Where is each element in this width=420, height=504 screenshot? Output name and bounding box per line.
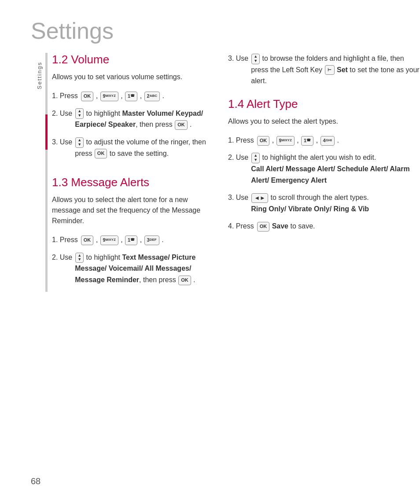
soft-key: ⊢ [325, 65, 335, 75]
nav-updown-icon-2: ▲▼ [75, 137, 84, 148]
volume-description: Allows you to set various volume setting… [52, 72, 210, 82]
right-column: 3. Use ▲▼ to browse the folders and high… [224, 53, 420, 292]
volume-step-3: 3. Use ▲▼ to adjust the volume of the ri… [52, 136, 210, 159]
sidebar-label: Settings [36, 62, 43, 89]
9-key-2: 9WXYZ [100, 235, 118, 245]
volume-step-2: 2. Use ▲▼ to highlight Master Volume/ Ke… [52, 108, 210, 130]
section-alert-type: 1.4 Alert Type Allows you to select the … [228, 97, 420, 232]
9-key-3: 9WXYZ [276, 136, 295, 146]
volume-step-1: 1. Press OK , 9WXYZ , 1☎ , 2ABC . [52, 90, 210, 102]
volume-title: 1.2 Volume [52, 53, 210, 66]
left-column: 1.2 Volume Allows you to set various vol… [52, 53, 224, 292]
msg-step-2: 2. Use ▲▼ to highlight Text Message/ Pic… [52, 252, 210, 286]
ok-key-4: OK [81, 235, 94, 245]
sidebar-bar [45, 53, 48, 292]
msg-step-1: 1. Press OK , 9WXYZ , 1☎ , 3DEF . [52, 234, 210, 246]
4-key: 4GHI [321, 136, 335, 146]
nav-updown-icon-3: ▲▼ [75, 253, 84, 263]
ok-key-2: OK [175, 120, 188, 130]
9-key: 9WXYZ [100, 92, 118, 101]
ok-key-6: OK [257, 136, 270, 146]
nav-updown-icon-r: ▲▼ [251, 54, 260, 64]
ok-key-3: OK [95, 149, 107, 158]
ok-key: OK [81, 92, 94, 101]
3-key: 3DEF [144, 235, 159, 245]
alert-step-1: 1. Press OK , 9WXYZ , 1☎ , 4GHI . [228, 135, 420, 146]
page-number: 68 [31, 476, 41, 486]
sidebar: Settings [31, 53, 48, 292]
ok-key-5: OK [178, 276, 191, 285]
message-alerts-title: 1.3 Message Alerts [52, 176, 210, 189]
section-volume: 1.2 Volume Allows you to set various vol… [52, 53, 210, 159]
page-title: Settings [0, 0, 420, 53]
right-vol-step3: 3. Use ▲▼ to browse the folders and high… [228, 53, 420, 87]
sidebar-bar-highlight [45, 114, 48, 150]
alert-step-4: 4. Press OK Save to save. [228, 221, 420, 232]
2-key: 2ABC [144, 92, 160, 101]
alert-step-2: 2. Use ▲▼ to highlight the alert you wis… [228, 152, 420, 186]
ok-key-7: OK [257, 222, 270, 232]
nav-lr-icon: ◄► [251, 193, 268, 203]
message-alerts-description: Allows you to select the alert tone for … [52, 195, 210, 226]
1-key-3: 1☎ [301, 136, 313, 146]
nav-updown-icon: ▲▼ [75, 108, 84, 119]
nav-updown-icon-4: ▲▼ [251, 153, 260, 163]
alert-type-title: 1.4 Alert Type [228, 97, 420, 111]
1-key: 1☎ [125, 92, 137, 101]
1-key-2: 1☎ [125, 235, 137, 245]
alert-type-description: Allows you to select the alert types. [228, 116, 420, 127]
alert-step-3: 3. Use ◄► to scroll through the alert ty… [228, 192, 420, 214]
section-message-alerts: 1.3 Message Alerts Allows you to select … [52, 176, 210, 285]
